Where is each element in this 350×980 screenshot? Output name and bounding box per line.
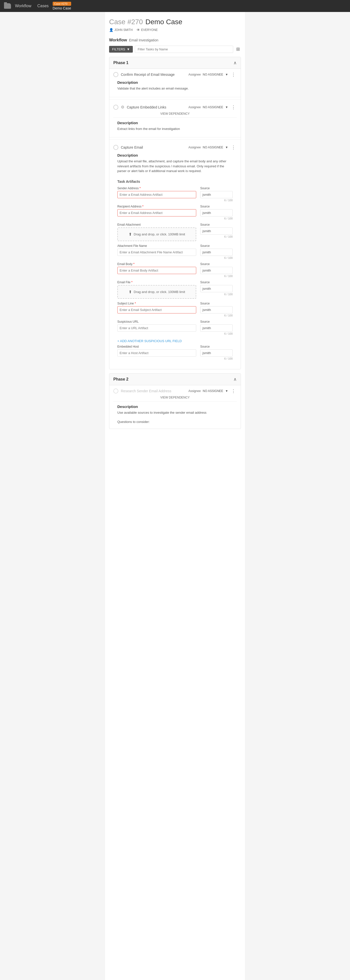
attachment-filename-input[interactable] (117, 249, 196, 256)
phase-1-section: Phase 1 ∧ Confirm Receipt of Email Messa… (109, 57, 241, 369)
email-attachment-dropzone[interactable]: ⬆ Drag and drop, or click. 100MB limit (117, 228, 196, 241)
recipient-address-input[interactable] (117, 209, 196, 216)
filters-button[interactable]: FILTERS ▼ (109, 46, 133, 52)
task-status-circle[interactable] (113, 145, 118, 150)
source-input[interactable] (200, 191, 233, 198)
task-name: Capture Embedded Links (127, 105, 166, 109)
sender-address-label: Sender Address (117, 186, 196, 190)
task-left: ⚙ Capture Embedded Links (113, 105, 166, 110)
task-name: Research Sender Email Address (121, 389, 171, 393)
source-input[interactable] (200, 285, 233, 292)
task-description: Description Use available sources to inv… (113, 401, 237, 418)
email-file-dropzone[interactable]: ⬆ Drag and drop, or click. 100MB limit (117, 285, 196, 299)
suspicious-url-input[interactable] (117, 325, 196, 332)
top-navigation: Workflow Cases Case #270 Demo Case (0, 0, 350, 12)
assignee-value: NO ASSIGNEE (203, 146, 223, 149)
source-label: Source (200, 223, 233, 226)
embedded-host-input[interactable] (117, 349, 196, 356)
toolbar: FILTERS ▼ ⊞ (109, 45, 241, 53)
source-counter: 6 / 100 (200, 357, 233, 360)
email-attachment-label: Email Attachment (117, 223, 196, 226)
source-input[interactable] (200, 209, 233, 216)
artifact-field: Sender Address (117, 186, 196, 198)
phase-1-collapse-icon[interactable]: ∧ (233, 60, 237, 65)
source-input[interactable] (200, 267, 233, 274)
task-left: Research Sender Email Address (113, 388, 171, 393)
description-text: Upload the email file, attachment, and c… (117, 159, 233, 173)
source-counter: 6 / 100 (200, 293, 233, 296)
grid-view-icon[interactable]: ⊞ (235, 45, 241, 53)
artifact-sender-address: Sender Address Source 6 / 100 (117, 186, 233, 202)
task-status-circle[interactable] (113, 72, 118, 77)
case-name: Demo Case (145, 18, 182, 26)
task-more-button[interactable]: ⋮ (230, 145, 237, 150)
task-description: Description Validate that the alert incl… (113, 77, 237, 94)
email-body-input[interactable] (117, 267, 196, 274)
artifact-source: Source 6 / 100 (200, 302, 233, 317)
subject-line-input[interactable] (117, 306, 196, 313)
source-label: Source (200, 280, 233, 284)
artifact-email-file: Email File ⬆ Drag and drop, or click. 10… (117, 280, 233, 299)
assignee-dropdown-icon[interactable]: ▼ (225, 146, 228, 149)
source-label: Source (200, 205, 233, 208)
assignee-value: NO ASSIGNEE (203, 73, 223, 76)
view-dependency-button[interactable]: VIEW DEPENDENCY (113, 110, 237, 118)
attachment-filename-label: Attachment File Name (117, 244, 196, 248)
artifact-email-body: Email Body Source 6 / 100 (117, 262, 233, 278)
filter-tasks-input[interactable] (135, 46, 233, 53)
artifact-source: Source 6 / 100 (200, 280, 233, 296)
source-input[interactable] (200, 306, 233, 313)
dropzone-text: Drag and drop, or click. 100MB limit (134, 290, 185, 294)
task-confirm-receipt: Confirm Receipt of Email Message Assigne… (109, 69, 241, 97)
source-input[interactable] (200, 249, 233, 256)
task-right: Assignee NO ASSIGNEE ▼ ⋮ (189, 145, 237, 150)
task-left: Capture Email (113, 145, 143, 150)
source-counter: 6 / 100 (200, 275, 233, 278)
source-input[interactable] (200, 325, 233, 332)
description-text: Validate that the alert includes an emai… (117, 86, 233, 91)
phase-2-collapse-icon[interactable]: ∧ (233, 377, 237, 382)
case-assignee: 👤 JOHN SMITH (109, 28, 133, 32)
artifact-field: Email File ⬆ Drag and drop, or click. 10… (117, 280, 196, 299)
link-icon: ⚙ (121, 105, 124, 110)
assignee-dropdown-icon[interactable]: ▼ (225, 389, 228, 393)
artifact-field: Embedded Host (117, 345, 196, 356)
cases-nav-link[interactable]: Cases (35, 3, 51, 9)
folder-icon[interactable] (4, 3, 11, 9)
upload-icon: ⬆ (129, 290, 132, 294)
task-capture-email: Capture Email Assignee NO ASSIGNEE ▼ ⋮ D… (109, 142, 241, 369)
assignee-dropdown-icon[interactable]: ▼ (225, 73, 228, 76)
task-more-button[interactable]: ⋮ (230, 105, 237, 110)
email-file-label: Email File (117, 280, 196, 284)
description-text: Extract links from the email for investi… (117, 126, 233, 131)
workflow-nav-link[interactable]: Workflow (13, 3, 34, 9)
add-suspicious-url-link[interactable]: + ADD ANOTHER SUSPICIOUS URL FIELD (117, 339, 182, 343)
workflow-label: Workflow (109, 38, 127, 42)
source-counter: 6 / 100 (200, 256, 233, 259)
source-input[interactable] (200, 228, 233, 235)
recipient-address-label: Recipient Address (117, 205, 196, 208)
artifact-suspicious-url: Suspicious URL Source 6 / 100 (117, 320, 233, 335)
case-header: Case #270 Demo Case 👤 JOHN SMITH 👁 EVERY… (109, 18, 241, 32)
view-dependency-button[interactable]: VIEW DEPENDENCY (113, 394, 237, 401)
task-status-circle[interactable] (113, 105, 118, 110)
case-title: Case #270 Demo Case (109, 18, 241, 26)
source-input[interactable] (200, 349, 233, 356)
artifact-field: Email Attachment ⬆ Drag and drop, or cli… (117, 223, 196, 241)
description-title: Description (117, 80, 233, 84)
task-right: Assignee NO ASSIGNEE ▼ ⋮ (189, 72, 237, 77)
artifact-source: Source 6 / 100 (200, 345, 233, 360)
case-assignee-name: JOHN SMITH (114, 28, 133, 32)
sender-address-input[interactable] (117, 191, 196, 198)
embedded-host-label: Embedded Host (117, 345, 196, 348)
upload-icon: ⬆ (129, 232, 132, 237)
task-more-button[interactable]: ⋮ (230, 72, 237, 77)
assignee-label: Assignee (189, 389, 201, 393)
task-more-button[interactable]: ⋮ (230, 388, 237, 394)
source-label: Source (200, 186, 233, 190)
assignee-dropdown-icon[interactable]: ▼ (225, 105, 228, 109)
task-right: Assignee NO ASSIGNEE ▼ ⋮ (189, 105, 237, 110)
phase-2-header: Phase 2 ∧ (109, 374, 241, 385)
workflow-sublabel: Email Investigation (129, 38, 158, 42)
description-title: Description (117, 153, 233, 158)
